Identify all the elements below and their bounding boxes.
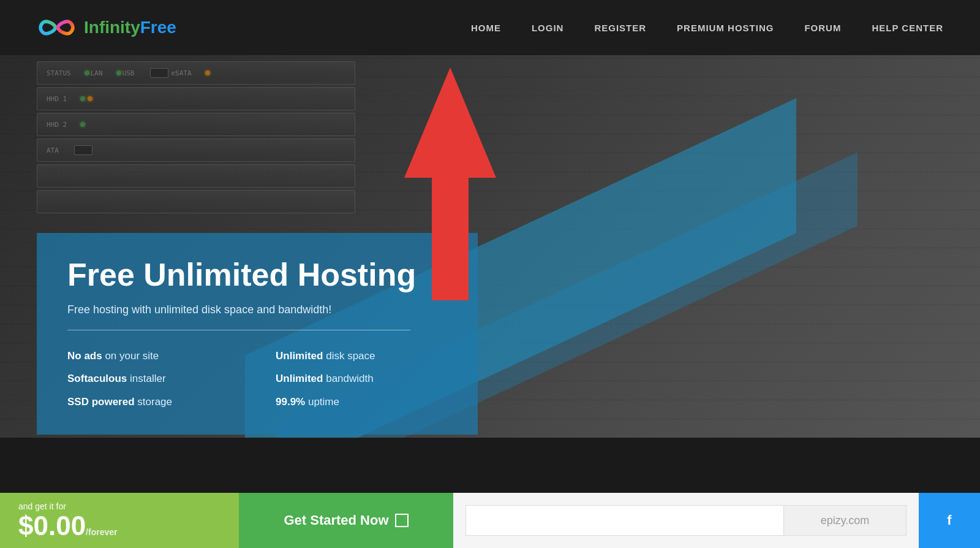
- cta-price-amount: $0.00/forever: [18, 512, 221, 539]
- usb-port: [150, 68, 168, 78]
- feature-rest-5: storage: [135, 396, 172, 408]
- features-grid: No ads on your site Unlimited disk space…: [67, 348, 447, 410]
- navbar: InfinityFree HOME LOGIN REGISTER PREMIUM…: [0, 0, 980, 55]
- feature-disk: Unlimited disk space: [276, 348, 447, 364]
- led-hdd2: [80, 122, 85, 127]
- led-esata: [205, 70, 210, 75]
- domain-search-button[interactable]: f: [919, 493, 980, 548]
- nav-premium[interactable]: PREMIUM HOSTING: [677, 23, 774, 33]
- rack-unit-2: HHD 1: [37, 87, 355, 110]
- ata-port: [74, 145, 92, 155]
- logo-area: InfinityFree: [37, 12, 176, 43]
- feature-bold-3: Softaculous: [67, 373, 127, 384]
- get-started-button[interactable]: Get Started Now: [239, 493, 453, 548]
- domain-search-input[interactable]: [466, 505, 784, 536]
- nav-forum[interactable]: FORUM: [804, 23, 841, 33]
- feature-no-ads: No ads on your site: [67, 348, 239, 364]
- brand-free: Free: [140, 18, 176, 37]
- arrow-svg: [404, 67, 496, 300]
- rack-label: STATUS: [47, 69, 71, 77]
- feature-bold-5: SSD powered: [67, 396, 135, 408]
- feature-bold-2: Unlimited: [276, 350, 323, 362]
- cta-price-value: $0.00: [18, 511, 86, 541]
- feature-ssd: SSD powered storage: [67, 394, 239, 410]
- led-lan: [116, 70, 121, 75]
- feature-rest-1: on your site: [102, 350, 159, 362]
- cta-price-block: and get it for $0.00/forever: [0, 493, 239, 548]
- feature-bold-4: Unlimited: [276, 373, 323, 384]
- feature-rest-2: disk space: [323, 350, 375, 362]
- feature-bandwidth: Unlimited bandwidth: [276, 370, 447, 387]
- led-status-green: [85, 70, 89, 75]
- server-rack: STATUS LAN USB eSATA HHD 1 HHD 2 ATA: [37, 61, 355, 216]
- get-started-icon: [395, 514, 409, 527]
- feature-rest-6: uptime: [305, 396, 339, 408]
- hero-section: STATUS LAN USB eSATA HHD 1 HHD 2 ATA: [0, 55, 980, 438]
- rack-unit-3: HHD 2: [37, 113, 355, 136]
- rack-unit-5: [37, 164, 355, 188]
- svg-marker-0: [404, 67, 496, 300]
- rack-label-ata: ATA: [47, 147, 59, 154]
- feature-rest-3: installer: [127, 373, 165, 384]
- logo-text: InfinityFree: [84, 18, 176, 37]
- brand-infinity: Infinity: [84, 18, 140, 37]
- rack-unit-1: STATUS LAN USB eSATA: [37, 61, 355, 85]
- rack-label-esata: eSATA: [172, 69, 192, 77]
- get-started-label: Get Started Now: [284, 512, 388, 528]
- rack-label-hdd1: HHD 1: [47, 95, 67, 103]
- rack-label-lan: LAN: [91, 69, 103, 77]
- nav-links: HOME LOGIN REGISTER PREMIUM HOSTING FORU…: [471, 23, 943, 33]
- hero-subtitle: Free hosting with unlimited disk space a…: [67, 303, 447, 316]
- hero-divider: [67, 330, 410, 330]
- feature-uptime: 99.9% uptime: [276, 394, 447, 410]
- domain-search-area: epizy.com: [453, 493, 919, 548]
- rack-label-usb: USB: [123, 69, 135, 77]
- cta-bar: and get it for $0.00/forever Get Started…: [0, 493, 980, 548]
- domain-tld-label: epizy.com: [784, 505, 907, 536]
- cta-forever-label: /forever: [86, 527, 117, 537]
- rack-unit-4: ATA: [37, 139, 355, 162]
- hero-title: Free Unlimited Hosting: [67, 257, 447, 292]
- search-button-icon: f: [947, 512, 951, 528]
- feature-softaculous: Softaculous installer: [67, 370, 239, 387]
- feature-bold-6: 99.9%: [276, 396, 305, 408]
- cta-and-get-label: and get it for: [18, 501, 221, 511]
- led-hdd1: [80, 96, 85, 101]
- logo-icon: [37, 12, 77, 43]
- nav-login[interactable]: LOGIN: [532, 23, 564, 33]
- nav-register[interactable]: REGISTER: [594, 23, 646, 33]
- red-arrow: [404, 67, 496, 303]
- nav-help[interactable]: HELP CENTER: [872, 23, 943, 33]
- rack-unit-6: [37, 190, 355, 213]
- nav-home[interactable]: HOME: [471, 23, 501, 33]
- feature-rest-4: bandwidth: [323, 373, 373, 384]
- led-hdd1b: [88, 96, 92, 101]
- rack-label-hdd2: HHD 2: [47, 121, 67, 129]
- feature-bold-1: No ads: [67, 350, 102, 362]
